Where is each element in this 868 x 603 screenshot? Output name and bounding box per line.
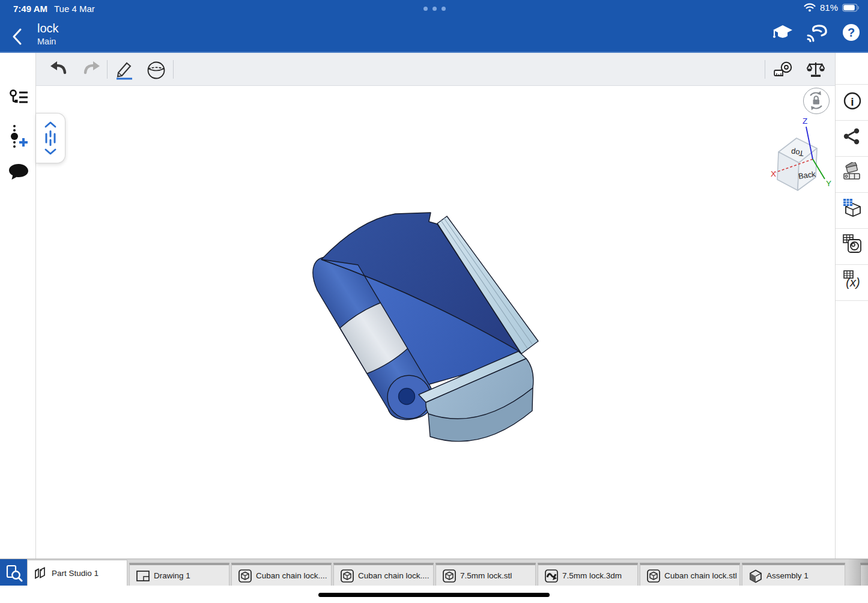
- feature-list-button[interactable]: [8, 89, 29, 108]
- document-tab-bar: Part Studio 1 Drawing 1 Cuban chain lock…: [0, 559, 868, 586]
- measure-button[interactable]: [774, 61, 794, 80]
- info-button[interactable]: i: [843, 91, 862, 111]
- tab-label: 7.5mm lock.stl: [460, 571, 512, 580]
- tab-label: Drawing 1: [154, 571, 190, 580]
- variables-button[interactable]: (x): [843, 270, 862, 289]
- tab-cuban-chain-lock-b[interactable]: Cuban chain lock....: [333, 563, 434, 586]
- configurations-icon: [843, 198, 862, 217]
- comment-icon: [8, 163, 29, 181]
- axis-z-label: Z: [803, 117, 807, 126]
- home-strip: [0, 586, 868, 603]
- info-icon: i: [843, 91, 862, 111]
- appearance-swatches-icon: [843, 162, 862, 181]
- svg-text:?: ?: [848, 26, 855, 39]
- tab-search-button[interactable]: [0, 559, 27, 586]
- appearance-button[interactable]: [843, 162, 862, 181]
- chevron-up-icon[interactable]: [44, 121, 56, 128]
- custom-tables-icon: [843, 234, 862, 253]
- imported-file-icon: [646, 569, 661, 583]
- drawing-icon: [136, 569, 150, 583]
- battery-percent: 81%: [820, 2, 838, 13]
- workspace-name[interactable]: Main: [37, 37, 56, 46]
- mass-properties-button[interactable]: [806, 61, 827, 80]
- rotation-lock-button[interactable]: [803, 88, 830, 114]
- axis-x-label: X: [771, 169, 776, 178]
- mass-scale-icon: [806, 61, 825, 79]
- tab-cuban-chain-lock-stl[interactable]: Cuban chain lock.stl: [640, 563, 740, 586]
- comment-button[interactable]: [8, 163, 29, 181]
- revolve-button[interactable]: [146, 60, 166, 79]
- help-icon[interactable]: ?: [842, 23, 861, 42]
- tab-label: Cuban chain lock....: [256, 571, 327, 580]
- sketch-pencil-icon: [114, 60, 135, 80]
- tab-partial-next[interactable]: [860, 563, 868, 586]
- tab-part-studio-1[interactable]: Part Studio 1: [27, 560, 127, 586]
- tab-label: Cuban chain lock.stl: [664, 571, 737, 580]
- insert-feature-button[interactable]: [8, 124, 30, 151]
- undo-button[interactable]: [49, 60, 70, 79]
- tab-assembly-1[interactable]: Assembly 1: [742, 563, 845, 586]
- lock-3d-model[interactable]: [36, 86, 835, 559]
- revolve-sphere-icon: [146, 60, 166, 80]
- document-title: lock: [37, 22, 59, 35]
- tab-label: 7.5mm lock.3dm: [562, 571, 622, 580]
- left-sidebar: [0, 53, 36, 559]
- svg-text:i: i: [851, 95, 854, 108]
- status-bar: 7:49 AM Tue 4 Mar 81%: [0, 0, 868, 18]
- app-header: lock Main ?: [0, 18, 868, 53]
- model-viewport[interactable]: Top Back X Z Y: [36, 86, 835, 559]
- follow-mode-icon[interactable]: [806, 23, 830, 42]
- part-studio-icon: [34, 566, 48, 581]
- right-sidebar: i: [835, 53, 868, 559]
- redo-button[interactable]: [82, 60, 102, 79]
- date: Tue 4 Mar: [54, 4, 95, 14]
- tab-cuban-chain-lock-a[interactable]: Cuban chain lock....: [231, 563, 332, 586]
- tab-label: Assembly 1: [766, 571, 809, 580]
- tab-drawing-1[interactable]: Drawing 1: [129, 563, 229, 586]
- tab-label: Part Studio 1: [52, 569, 99, 578]
- measure-tape-icon: [774, 61, 795, 78]
- battery-icon: [842, 4, 860, 12]
- imported-3dm-file-icon: [544, 569, 559, 583]
- history-slider-icon[interactable]: [43, 130, 58, 146]
- chevron-down-icon[interactable]: [44, 148, 56, 155]
- view-cube[interactable]: Top Back X Z Y: [759, 116, 840, 195]
- home-indicator[interactable]: [318, 593, 550, 597]
- assembly-icon: [748, 569, 763, 583]
- tab-75mm-lock-stl[interactable]: 7.5mm lock.stl: [436, 563, 536, 586]
- tab-label: Cuban chain lock....: [358, 571, 429, 580]
- tab-search-icon: [5, 564, 23, 582]
- rollback-bar-control[interactable]: [36, 113, 65, 163]
- feature-list-icon: [8, 89, 29, 108]
- imported-file-icon: [238, 569, 252, 583]
- axis-y-label: Y: [826, 179, 831, 188]
- clock: 7:49 AM: [13, 4, 47, 14]
- insert-feature-icon: [8, 124, 30, 151]
- multitask-dots-icon[interactable]: [423, 7, 446, 11]
- share-icon: [843, 127, 861, 145]
- imported-file-icon: [340, 569, 354, 583]
- variables-icon: (x): [843, 270, 863, 289]
- viewcube-top-label: Top: [791, 148, 804, 158]
- share-button[interactable]: [843, 127, 862, 147]
- wifi-icon: [804, 3, 816, 12]
- back-button[interactable]: [11, 28, 28, 46]
- tab-75mm-lock-3dm[interactable]: 7.5mm lock.3dm: [538, 563, 638, 586]
- toolbar: [36, 53, 835, 86]
- imported-file-icon: [442, 569, 457, 583]
- configurations-button[interactable]: [843, 198, 862, 217]
- learning-center-icon[interactable]: [772, 23, 794, 42]
- custom-tables-button[interactable]: [843, 234, 862, 253]
- sketch-button[interactable]: [114, 60, 135, 79]
- svg-text:(x): (x): [846, 276, 860, 289]
